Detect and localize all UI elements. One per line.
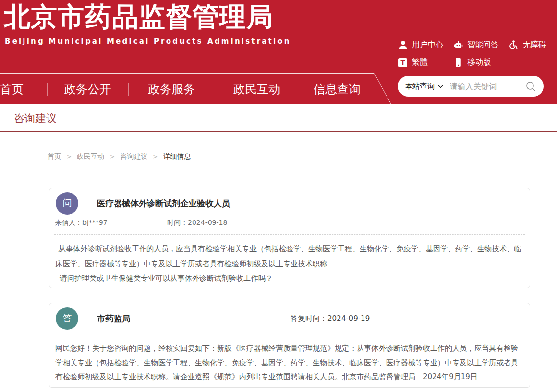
answer-body: 网民您好！关于您咨询的问题，经核实回复如下：新版《医疗器械经营质量管理规范》规定… bbox=[49, 335, 530, 384]
section-title: 咨询建议 bbox=[14, 111, 57, 126]
chevron-down-icon bbox=[438, 85, 443, 88]
utility-row-2: T 繁體 移动版 bbox=[398, 57, 555, 68]
answer-body-text: 网民您好！关于您咨询的问题，经核实回复如下：新版《医疗器械经营质量管理规范》规定… bbox=[55, 342, 523, 384]
accessibility-icon bbox=[509, 40, 518, 50]
question-card: 问 医疗器械体外诊断试剂企业验收人员 来信人：bj***97 时间：2024-0… bbox=[49, 188, 530, 288]
answer-card: 答 市药监局 答复时间：2024-09-19 网民您好！关于您咨询的问题，经核实… bbox=[49, 303, 530, 388]
question-body: 从事体外诊断试剂验收工作的人员，应当具有检验学相关专业（包括检验学、生物医学工程… bbox=[49, 235, 530, 286]
utility-row-1: 用户中心 智能问答 无障碍 bbox=[398, 40, 555, 50]
masthead: 北京市药品监督管理局 Beijing Municipal Medical Pro… bbox=[0, 0, 557, 104]
question-body-line-2: 请问护理类或卫生保健类专业可以从事体外诊断试剂验收工作吗？ bbox=[55, 271, 523, 286]
question-title: 医疗器械体外诊断试剂企业验收人员 bbox=[97, 198, 230, 209]
nav-item-public-interaction[interactable]: 政民互动 bbox=[215, 74, 299, 104]
mobile-version-label: 移动版 bbox=[467, 57, 491, 68]
question-sender: 来信人：bj***97 bbox=[55, 219, 108, 226]
breadcrumb-separator: > bbox=[110, 153, 115, 160]
user-center-link[interactable]: 用户中心 bbox=[398, 40, 453, 50]
breadcrumb-item-public-interaction[interactable]: 政民互动 bbox=[77, 152, 104, 161]
nav-item-home[interactable]: 首页 bbox=[0, 74, 47, 104]
mobile-icon bbox=[453, 58, 463, 68]
nav-item-info-search[interactable]: 信息查询 bbox=[299, 74, 375, 104]
search-bar: 本站查询 bbox=[398, 76, 544, 97]
smart-qa-label: 智能问答 bbox=[467, 40, 499, 50]
breadcrumb-item-home[interactable]: 首页 bbox=[48, 152, 61, 161]
answer-reply-time: 答复时间：2024-09-19 bbox=[291, 314, 370, 323]
question-body-line-1: 从事体外诊断试剂验收工作的人员，应当具有检验学相关专业（包括检验学、生物医学工程… bbox=[55, 242, 523, 271]
user-center-label: 用户中心 bbox=[412, 40, 443, 50]
mobile-version-link[interactable]: 移动版 bbox=[453, 57, 491, 68]
search-scope-select[interactable]: 本站查询 bbox=[405, 82, 443, 91]
section-bar: 咨询建议 bbox=[0, 104, 557, 132]
breadcrumb-separator: > bbox=[67, 153, 72, 160]
question-meta: 来信人：bj***97 时间：2024-09-18 bbox=[49, 219, 530, 228]
utility-links: 用户中心 智能问答 无障碍 T bbox=[398, 40, 555, 75]
site-title: 北京市药品监督管理局 bbox=[4, 1, 273, 33]
page: 北京市药品监督管理局 Beijing Municipal Medical Pro… bbox=[0, 0, 557, 392]
question-badge: 问 bbox=[56, 192, 78, 215]
search-icon bbox=[525, 81, 536, 92]
main-nav: 首页 政务公开 政务服务 政民互动 信息查询 bbox=[0, 74, 375, 104]
question-time: 时间：2024-09-18 bbox=[167, 219, 227, 227]
breadcrumb-separator: > bbox=[153, 153, 158, 160]
nav-item-gov-services[interactable]: 政务服务 bbox=[129, 74, 215, 104]
accessibility-label: 无障碍 bbox=[523, 40, 546, 50]
accessibility-link[interactable]: 无障碍 bbox=[509, 40, 546, 50]
search-input[interactable] bbox=[450, 82, 525, 91]
traditional-chinese-link[interactable]: T 繁體 bbox=[398, 57, 453, 68]
site-subtitle: Beijing Municipal Medical Products Admin… bbox=[5, 37, 291, 46]
question-card-header: 问 医疗器械体外诊断试剂企业验收人员 bbox=[49, 188, 530, 215]
search-scope-label: 本站查询 bbox=[405, 82, 435, 91]
breadcrumb-item-detail: 详细信息 bbox=[163, 152, 191, 161]
traditional-chinese-label: 繁體 bbox=[412, 57, 428, 68]
traditional-chinese-icon: T bbox=[398, 58, 408, 68]
search-button[interactable] bbox=[525, 81, 536, 92]
nav-item-gov-info[interactable]: 政务公开 bbox=[48, 74, 128, 104]
answer-department: 市药监局 bbox=[97, 313, 130, 324]
user-icon bbox=[398, 40, 408, 50]
smart-qa-link[interactable]: 智能问答 bbox=[453, 40, 509, 50]
breadcrumb-item-consultation[interactable]: 咨询建议 bbox=[120, 152, 147, 161]
breadcrumb: 首页 > 政民互动 > 咨询建议 > 详细信息 bbox=[48, 152, 191, 161]
answer-card-header: 答 市药监局 答复时间：2024-09-19 bbox=[49, 303, 530, 330]
answer-badge: 答 bbox=[56, 307, 78, 330]
robot-icon bbox=[453, 40, 463, 50]
